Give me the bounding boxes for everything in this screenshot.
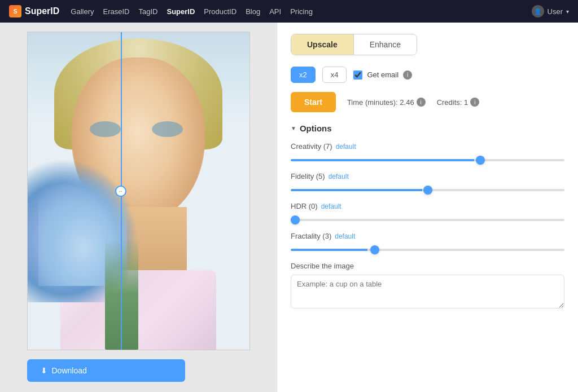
slider-fidelity-default[interactable]: default (329, 173, 349, 180)
nav-blog[interactable]: Blog (246, 7, 260, 16)
slider-hdr: HDR (0) default (291, 202, 564, 223)
slider-hdr-input[interactable] (291, 219, 564, 221)
slider-fractality: Fractality (3) default (291, 232, 564, 253)
options-title: Options (300, 124, 332, 133)
slider-fractality-default[interactable]: default (335, 232, 355, 240)
main-layout: ↔ ⬇ Download Upscale Enhance x2 x4 Get e… (0, 23, 578, 392)
image-placeholder (28, 32, 249, 350)
get-email-checkbox[interactable] (353, 71, 362, 80)
download-label: Download (52, 366, 87, 375)
nav-pricing[interactable]: Pricing (290, 7, 313, 16)
slider-creativity-default[interactable]: default (336, 143, 356, 151)
nav-api[interactable]: API (269, 7, 281, 16)
slider-fractality-label: Fractality (3) (291, 232, 331, 240)
slider-creativity-label-row: Creativity (7) default (291, 142, 564, 151)
right-panel: Upscale Enhance x2 x4 Get email i Start … (277, 23, 578, 392)
slider-hdr-label-row: HDR (0) default (291, 202, 564, 210)
left-panel-bottom: ⬇ Download (27, 359, 250, 382)
comparison-slider-handle[interactable]: ↔ (115, 186, 126, 197)
logo-icon: S (9, 5, 21, 17)
tab-upscale[interactable]: Upscale (291, 34, 354, 55)
navbar: S SuperID Gallery EraseID TagID SuperID … (0, 0, 578, 23)
slider-creativity: Creativity (7) default (291, 142, 564, 163)
time-info-label: Time (minutes): 2.46 (347, 98, 414, 107)
slider-creativity-label: Creativity (7) (291, 142, 332, 151)
credits-info-icon[interactable]: i (470, 98, 479, 107)
start-button[interactable]: Start (291, 92, 336, 112)
tabs-row: Upscale Enhance (291, 34, 417, 55)
slider-fidelity-label: Fidelity (5) (291, 172, 325, 180)
logo[interactable]: S SuperID (9, 5, 59, 17)
credits-info: Credits: 1 i (437, 98, 480, 107)
slider-fractality-label-row: Fractality (3) default (291, 232, 564, 240)
user-avatar-icon: 👤 (532, 5, 544, 17)
start-row: Start Time (minutes): 2.46 i Credits: 1 … (291, 92, 564, 112)
slider-hdr-label: HDR (0) (291, 202, 318, 210)
describe-textarea[interactable] (291, 275, 564, 309)
options-chevron-icon: ▼ (291, 125, 296, 131)
get-email-info-icon[interactable]: i (403, 71, 412, 80)
slider-hdr-default[interactable]: default (321, 202, 341, 210)
download-icon: ⬇ (41, 366, 47, 375)
tab-enhance[interactable]: Enhance (354, 34, 417, 55)
get-email-label: Get email (367, 71, 399, 79)
download-button[interactable]: ⬇ Download (27, 359, 185, 382)
nav-gallery[interactable]: Gallery (71, 7, 94, 16)
left-panel: ↔ ⬇ Download (0, 23, 277, 392)
scale-x4-button[interactable]: x4 (322, 67, 347, 83)
nav-tagid[interactable]: TagID (139, 7, 158, 16)
nav-eraseid[interactable]: EraseID (103, 7, 130, 16)
time-info: Time (minutes): 2.46 i (347, 98, 426, 107)
slider-creativity-input[interactable] (291, 159, 564, 161)
nav-superid[interactable]: SuperID (167, 7, 195, 16)
navbar-links: Gallery EraseID TagID SuperID ProductID … (71, 7, 520, 16)
slider-fractality-input[interactable] (291, 249, 564, 251)
get-email-row: Get email i (353, 71, 412, 80)
slider-fidelity: Fidelity (5) default (291, 172, 564, 193)
image-comparison-container[interactable]: ↔ (27, 32, 250, 350)
user-label: User (548, 7, 563, 16)
logo-text: SuperID (25, 6, 59, 16)
describe-label: Describe the image (291, 262, 564, 270)
user-chevron-icon: ▾ (566, 8, 569, 15)
scale-x2-button[interactable]: x2 (291, 67, 316, 83)
options-header[interactable]: ▼ Options (291, 124, 564, 133)
credits-label: Credits: 1 (437, 98, 468, 107)
slider-fidelity-label-row: Fidelity (5) default (291, 172, 564, 180)
slider-fidelity-input[interactable] (291, 189, 564, 191)
user-menu[interactable]: 👤 User ▾ (532, 5, 569, 17)
nav-productid[interactable]: ProductID (204, 7, 237, 16)
scale-row: x2 x4 Get email i (291, 67, 564, 83)
time-info-icon[interactable]: i (417, 98, 426, 107)
